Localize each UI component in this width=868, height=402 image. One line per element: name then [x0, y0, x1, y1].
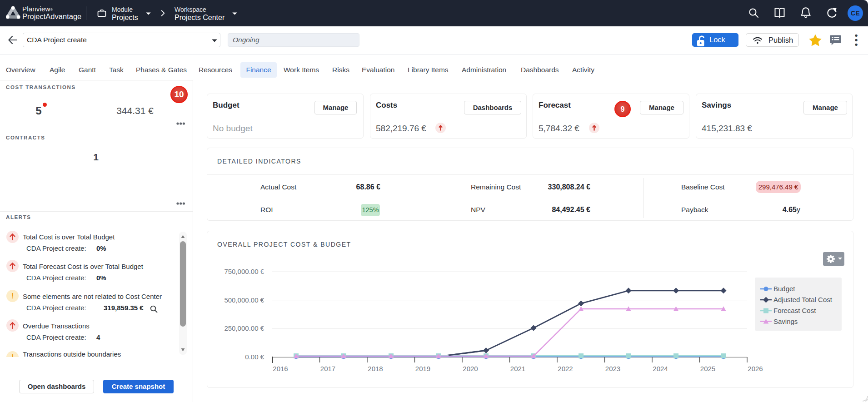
- svg-text:2023: 2023: [605, 365, 620, 372]
- svg-text:750,000.00 €: 750,000.00 €: [224, 268, 264, 275]
- svg-text:2017: 2017: [320, 365, 335, 372]
- svg-text:2025: 2025: [700, 365, 715, 372]
- svg-text:Savings: Savings: [773, 318, 798, 325]
- svg-text:2018: 2018: [368, 365, 383, 372]
- svg-text:Budget: Budget: [773, 285, 795, 293]
- svg-text:Adjusted Total Cost: Adjusted Total Cost: [773, 296, 833, 303]
- svg-text:2024: 2024: [653, 365, 668, 372]
- svg-text:2019: 2019: [415, 365, 430, 372]
- svg-text:2016: 2016: [273, 365, 288, 372]
- svg-text:2022: 2022: [558, 365, 573, 372]
- svg-text:500,000.00 €: 500,000.00 €: [224, 296, 264, 304]
- svg-text:2021: 2021: [510, 365, 525, 372]
- svg-text:Forecast Cost: Forecast Cost: [773, 307, 816, 314]
- svg-text:250,000.00 €: 250,000.00 €: [224, 324, 264, 332]
- svg-text:2020: 2020: [463, 365, 478, 372]
- svg-text:0.00 €: 0.00 €: [245, 353, 264, 361]
- svg-text:2026: 2026: [748, 365, 763, 372]
